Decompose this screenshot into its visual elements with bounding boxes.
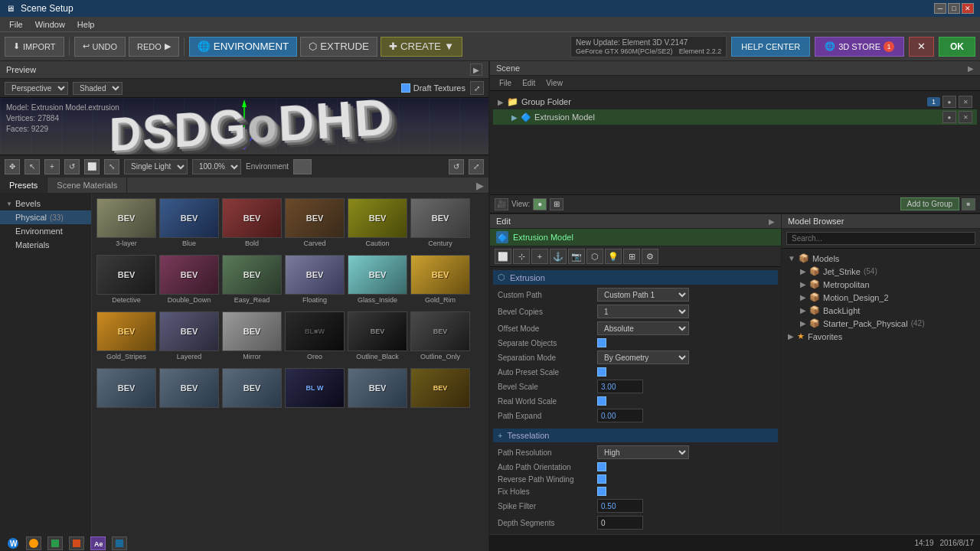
select-tool-icon[interactable]: ↖	[24, 159, 40, 174]
et-select-btn[interactable]: ⊹	[513, 249, 530, 264]
scene-view-menu[interactable]: View	[541, 77, 567, 89]
scene-group-folder[interactable]: ▶ 📁 Group Folder 1 ● ✕	[493, 94, 977, 109]
et-add-btn[interactable]: +	[531, 249, 548, 264]
edit-expand-button[interactable]: ▶	[769, 217, 775, 226]
preset-20[interactable]: BEV	[159, 368, 219, 411]
add-group-color-btn[interactable]: ■	[962, 198, 975, 210]
scene-file-menu[interactable]: File	[495, 77, 516, 89]
real-world-checkbox[interactable]	[597, 396, 606, 406]
taskbar-icon-3[interactable]	[69, 536, 84, 550]
preset-outline-black[interactable]: BEV Outline_Black	[348, 311, 407, 362]
spike-filter-input[interactable]	[597, 499, 643, 513]
extrusion-section-header[interactable]: ⬡ Extrusion	[493, 270, 778, 285]
preset-carved[interactable]: BEV Carved	[285, 198, 345, 249]
separate-objects-checkbox[interactable]	[597, 338, 606, 347]
close-scene-button[interactable]: ✕	[909, 37, 934, 57]
preset-23[interactable]: BEV	[348, 368, 407, 411]
et-settings-btn[interactable]: ⚙	[642, 249, 658, 264]
custom-path-select[interactable]: Custom Path 1	[597, 288, 689, 302]
create-button[interactable]: ✚ CREATE ▼	[381, 37, 462, 57]
tree-bevels[interactable]: ▼ Bevels	[0, 197, 91, 210]
auto-preset-checkbox[interactable]	[597, 367, 606, 377]
separation-mode-select[interactable]: By Geometry	[597, 350, 689, 364]
redo-button[interactable]: REDO ▶	[129, 37, 179, 57]
preset-24[interactable]: BEV	[410, 368, 470, 411]
preset-caution[interactable]: BEV Caution	[348, 198, 407, 249]
model-close-btn[interactable]: ✕	[959, 111, 972, 123]
maximize-button[interactable]: □	[948, 3, 960, 14]
preset-glass-inside[interactable]: BEV Glass_Inside	[348, 255, 407, 305]
ok-button[interactable]: OK	[939, 37, 975, 57]
mb-metropolitan[interactable]: ▶ 📦 Metropolitan	[785, 278, 977, 291]
resize-icon[interactable]: ⤡	[104, 159, 119, 174]
mb-models-root[interactable]: ▼ 📦 Models	[785, 252, 977, 265]
mb-backlight[interactable]: ▶ 📦 BackLight	[785, 304, 977, 317]
auto-path-checkbox[interactable]	[597, 462, 606, 471]
frame-icon[interactable]: ⬜	[84, 159, 100, 174]
refresh-icon[interactable]: ↺	[64, 159, 80, 174]
view-grid-btn[interactable]: ⊞	[550, 198, 564, 210]
reverse-path-checkbox[interactable]	[597, 474, 606, 484]
preset-gold-stripes[interactable]: BEV Gold_Stripes	[96, 311, 156, 362]
preset-bold[interactable]: BEV Bold	[222, 198, 282, 249]
mb-motion-design[interactable]: ▶ 📦 Motion_Design_2	[785, 291, 977, 304]
tree-materials[interactable]: Materials	[0, 238, 91, 252]
preset-century[interactable]: BEV Century	[410, 198, 470, 249]
et-light-btn[interactable]: 💡	[605, 249, 622, 264]
preset-layered[interactable]: BEV Layered	[159, 311, 219, 362]
taskbar-icon-2[interactable]	[47, 536, 63, 550]
import-button[interactable]: ⬇ IMPORT	[5, 37, 64, 57]
mb-jet-strike[interactable]: ▶ 📦 Jet_Strike (54)	[785, 265, 977, 278]
et-anchor-btn[interactable]: ⚓	[550, 249, 567, 264]
folder-visibility-btn[interactable]: ●	[942, 96, 956, 108]
et-grid-btn[interactable]: ⊞	[623, 249, 640, 264]
preset-blue[interactable]: BEV Blue	[159, 198, 219, 249]
environment-button[interactable]: 🌐 ENVIRONMENT	[189, 37, 297, 57]
scene-extrusion-model[interactable]: ▶ 🔷 Extrusion Model ● ✕	[493, 109, 977, 125]
preset-floating[interactable]: BEV Floating	[285, 255, 345, 305]
start-button[interactable]: W	[6, 536, 20, 550]
folder-close-btn[interactable]: ✕	[959, 96, 972, 108]
menu-window[interactable]: Window	[29, 20, 71, 29]
fix-holes-checkbox[interactable]	[597, 487, 606, 496]
mb-favorites[interactable]: ▶ ★ Favorites	[785, 330, 977, 343]
preset-19[interactable]: BEV	[96, 368, 156, 411]
et-move-btn[interactable]: ⬜	[495, 249, 511, 264]
menu-help[interactable]: Help	[71, 20, 101, 29]
preset-detective[interactable]: BEV Detective	[96, 255, 156, 305]
close-button[interactable]: ✕	[962, 3, 974, 14]
preset-3layer[interactable]: BEV 3-layer	[96, 198, 156, 249]
scene-edit-menu[interactable]: Edit	[518, 77, 540, 89]
taskbar-icon-1[interactable]	[26, 536, 41, 550]
scene-expand-button[interactable]: ▶	[968, 64, 974, 73]
preset-gold-rim[interactable]: BEV Gold_Rim	[410, 255, 470, 305]
shading-select[interactable]: Shaded	[73, 82, 122, 95]
bevel-scale-input[interactable]	[597, 380, 643, 393]
preset-21[interactable]: BEV	[222, 368, 282, 411]
minimize-button[interactable]: ─	[934, 3, 946, 14]
model-visibility-btn[interactable]: ●	[942, 111, 956, 123]
path-expand-input[interactable]	[597, 409, 643, 422]
draft-textures-checkbox[interactable]	[401, 83, 410, 93]
light-mode-select[interactable]: Single Light	[124, 159, 188, 174]
preset-mirror[interactable]: BEV Mirror	[222, 311, 282, 362]
et-camera-btn[interactable]: 📷	[568, 249, 585, 264]
mb-starter-pack[interactable]: ▶ 📦 Starter_Pack_Physical (42)	[785, 317, 977, 330]
add-to-group-button[interactable]: Add to Group	[900, 197, 959, 210]
taskbar-icon-5[interactable]	[112, 536, 127, 550]
preset-easy-read[interactable]: BEV Easy_Read	[222, 255, 282, 305]
reset-view-icon[interactable]: ↺	[449, 159, 464, 174]
presets-expand-button[interactable]: ▶	[472, 180, 488, 191]
preset-22[interactable]: BL W	[285, 368, 345, 411]
et-bevel-btn[interactable]: ⬡	[586, 249, 603, 264]
preset-outline-only[interactable]: BEV Outline_Only	[410, 311, 470, 362]
taskbar-icon-4[interactable]: Ae	[90, 536, 106, 550]
model-browser-search-input[interactable]	[786, 232, 975, 245]
environment-color-swatch[interactable]	[293, 159, 312, 174]
add-icon[interactable]: +	[44, 159, 60, 174]
depth-seg-input[interactable]	[597, 516, 643, 530]
offset-mode-select[interactable]: Absolute	[597, 321, 689, 335]
preset-oreo[interactable]: BL■W Oreo	[285, 311, 345, 362]
tab-scene-materials[interactable]: Scene Materials	[47, 178, 127, 193]
viewport-expand-button[interactable]: ⤢	[470, 81, 484, 95]
